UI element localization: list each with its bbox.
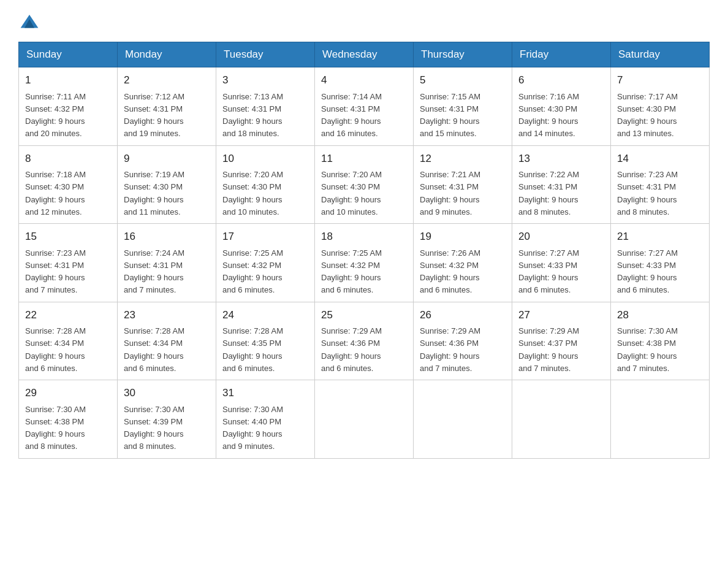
day-info: Sunrise: 7:28 AMSunset: 4:35 PMDaylight:… — [222, 326, 283, 373]
calendar-cell: 24Sunrise: 7:28 AMSunset: 4:35 PMDayligh… — [216, 302, 315, 380]
day-info: Sunrise: 7:13 AMSunset: 4:31 PMDaylight:… — [222, 92, 283, 139]
day-info: Sunrise: 7:30 AMSunset: 4:38 PMDaylight:… — [617, 326, 678, 373]
weekday-header-wednesday: Wednesday — [315, 42, 414, 67]
day-info: Sunrise: 7:28 AMSunset: 4:34 PMDaylight:… — [25, 326, 86, 373]
day-number: 24 — [222, 307, 308, 323]
weekday-header-tuesday: Tuesday — [216, 42, 315, 67]
page-header — [18, 12, 710, 29]
calendar-cell: 1Sunrise: 7:11 AMSunset: 4:32 PMDaylight… — [19, 67, 118, 146]
day-info: Sunrise: 7:20 AMSunset: 4:30 PMDaylight:… — [222, 170, 283, 216]
calendar-cell: 12Sunrise: 7:21 AMSunset: 4:31 PMDayligh… — [414, 145, 512, 224]
day-info: Sunrise: 7:22 AMSunset: 4:31 PMDaylight:… — [518, 170, 579, 216]
calendar-cell — [414, 380, 512, 459]
day-number: 2 — [124, 72, 210, 88]
weekday-header-saturday: Saturday — [611, 42, 710, 67]
day-number: 9 — [124, 151, 210, 167]
calendar-cell — [512, 380, 611, 459]
calendar-cell: 5Sunrise: 7:15 AMSunset: 4:31 PMDaylight… — [414, 67, 512, 146]
calendar-cell: 15Sunrise: 7:23 AMSunset: 4:31 PMDayligh… — [19, 224, 118, 302]
calendar-cell: 14Sunrise: 7:23 AMSunset: 4:31 PMDayligh… — [611, 145, 710, 224]
calendar-cell: 10Sunrise: 7:20 AMSunset: 4:30 PMDayligh… — [216, 145, 315, 224]
calendar-cell: 18Sunrise: 7:25 AMSunset: 4:32 PMDayligh… — [315, 224, 414, 302]
weekday-header-friday: Friday — [512, 42, 611, 67]
calendar-cell: 29Sunrise: 7:30 AMSunset: 4:38 PMDayligh… — [19, 380, 118, 459]
calendar-cell: 4Sunrise: 7:14 AMSunset: 4:31 PMDaylight… — [315, 67, 414, 146]
day-info: Sunrise: 7:14 AMSunset: 4:31 PMDaylight:… — [321, 92, 382, 139]
day-info: Sunrise: 7:20 AMSunset: 4:30 PMDaylight:… — [321, 170, 382, 216]
day-number: 12 — [420, 151, 506, 167]
day-number: 22 — [25, 307, 111, 323]
day-number: 5 — [420, 72, 506, 88]
calendar-cell: 13Sunrise: 7:22 AMSunset: 4:31 PMDayligh… — [512, 145, 611, 224]
calendar-cell — [611, 380, 710, 459]
day-number: 15 — [25, 229, 111, 245]
day-info: Sunrise: 7:24 AMSunset: 4:31 PMDaylight:… — [124, 248, 184, 295]
day-info: Sunrise: 7:27 AMSunset: 4:33 PMDaylight:… — [518, 248, 579, 295]
day-number: 17 — [222, 229, 308, 245]
day-number: 30 — [124, 385, 210, 401]
day-info: Sunrise: 7:29 AMSunset: 4:37 PMDaylight:… — [518, 326, 579, 373]
calendar-cell: 30Sunrise: 7:30 AMSunset: 4:39 PMDayligh… — [118, 380, 216, 459]
calendar-cell: 3Sunrise: 7:13 AMSunset: 4:31 PMDaylight… — [216, 67, 315, 146]
calendar-table: SundayMondayTuesdayWednesdayThursdayFrid… — [18, 42, 710, 459]
day-number: 8 — [25, 151, 111, 167]
day-number: 6 — [518, 72, 604, 88]
calendar-cell: 28Sunrise: 7:30 AMSunset: 4:38 PMDayligh… — [611, 302, 710, 380]
calendar-cell: 11Sunrise: 7:20 AMSunset: 4:30 PMDayligh… — [315, 145, 414, 224]
calendar-cell: 16Sunrise: 7:24 AMSunset: 4:31 PMDayligh… — [118, 224, 216, 302]
calendar-week-row: 1Sunrise: 7:11 AMSunset: 4:32 PMDaylight… — [19, 67, 710, 146]
day-number: 31 — [222, 385, 308, 401]
calendar-week-row: 29Sunrise: 7:30 AMSunset: 4:38 PMDayligh… — [19, 380, 710, 459]
day-info: Sunrise: 7:30 AMSunset: 4:40 PMDaylight:… — [222, 405, 283, 451]
day-info: Sunrise: 7:17 AMSunset: 4:30 PMDaylight:… — [617, 92, 678, 139]
day-number: 23 — [124, 307, 210, 323]
day-info: Sunrise: 7:30 AMSunset: 4:39 PMDaylight:… — [124, 405, 184, 451]
day-number: 11 — [321, 151, 407, 167]
day-info: Sunrise: 7:29 AMSunset: 4:36 PMDaylight:… — [420, 326, 480, 373]
weekday-header-sunday: Sunday — [19, 42, 118, 67]
day-info: Sunrise: 7:16 AMSunset: 4:30 PMDaylight:… — [518, 92, 579, 139]
calendar-cell: 20Sunrise: 7:27 AMSunset: 4:33 PMDayligh… — [512, 224, 611, 302]
day-info: Sunrise: 7:21 AMSunset: 4:31 PMDaylight:… — [420, 170, 480, 216]
calendar-cell: 9Sunrise: 7:19 AMSunset: 4:30 PMDaylight… — [118, 145, 216, 224]
day-info: Sunrise: 7:18 AMSunset: 4:30 PMDaylight:… — [25, 170, 86, 216]
day-number: 4 — [321, 72, 407, 88]
calendar-cell: 17Sunrise: 7:25 AMSunset: 4:32 PMDayligh… — [216, 224, 315, 302]
day-number: 18 — [321, 229, 407, 245]
weekday-header-thursday: Thursday — [414, 42, 512, 67]
day-number: 7 — [617, 72, 703, 88]
day-number: 27 — [518, 307, 604, 323]
day-info: Sunrise: 7:27 AMSunset: 4:33 PMDaylight:… — [617, 248, 678, 295]
day-number: 10 — [222, 151, 308, 167]
calendar-cell: 7Sunrise: 7:17 AMSunset: 4:30 PMDaylight… — [611, 67, 710, 146]
day-info: Sunrise: 7:28 AMSunset: 4:34 PMDaylight:… — [124, 326, 184, 373]
day-number: 20 — [518, 229, 604, 245]
day-info: Sunrise: 7:12 AMSunset: 4:31 PMDaylight:… — [124, 92, 184, 139]
day-number: 26 — [420, 307, 506, 323]
calendar-cell: 2Sunrise: 7:12 AMSunset: 4:31 PMDaylight… — [118, 67, 216, 146]
day-info: Sunrise: 7:15 AMSunset: 4:31 PMDaylight:… — [420, 92, 480, 139]
day-info: Sunrise: 7:26 AMSunset: 4:32 PMDaylight:… — [420, 248, 480, 295]
day-info: Sunrise: 7:29 AMSunset: 4:36 PMDaylight:… — [321, 326, 382, 373]
day-number: 3 — [222, 72, 308, 88]
weekday-header-row: SundayMondayTuesdayWednesdayThursdayFrid… — [19, 42, 710, 67]
day-info: Sunrise: 7:23 AMSunset: 4:31 PMDaylight:… — [617, 170, 678, 216]
calendar-cell: 21Sunrise: 7:27 AMSunset: 4:33 PMDayligh… — [611, 224, 710, 302]
day-info: Sunrise: 7:19 AMSunset: 4:30 PMDaylight:… — [124, 170, 184, 216]
day-number: 16 — [124, 229, 210, 245]
day-info: Sunrise: 7:25 AMSunset: 4:32 PMDaylight:… — [321, 248, 382, 295]
weekday-header-monday: Monday — [118, 42, 216, 67]
calendar-week-row: 8Sunrise: 7:18 AMSunset: 4:30 PMDaylight… — [19, 145, 710, 224]
day-number: 19 — [420, 229, 506, 245]
day-number: 1 — [25, 72, 111, 88]
day-number: 29 — [25, 385, 111, 401]
calendar-cell: 23Sunrise: 7:28 AMSunset: 4:34 PMDayligh… — [118, 302, 216, 380]
day-number: 14 — [617, 151, 703, 167]
day-number: 25 — [321, 307, 407, 323]
logo-icon — [20, 12, 39, 32]
logo — [18, 12, 40, 29]
calendar-cell: 26Sunrise: 7:29 AMSunset: 4:36 PMDayligh… — [414, 302, 512, 380]
calendar-week-row: 15Sunrise: 7:23 AMSunset: 4:31 PMDayligh… — [19, 224, 710, 302]
day-number: 13 — [518, 151, 604, 167]
day-number: 21 — [617, 229, 703, 245]
